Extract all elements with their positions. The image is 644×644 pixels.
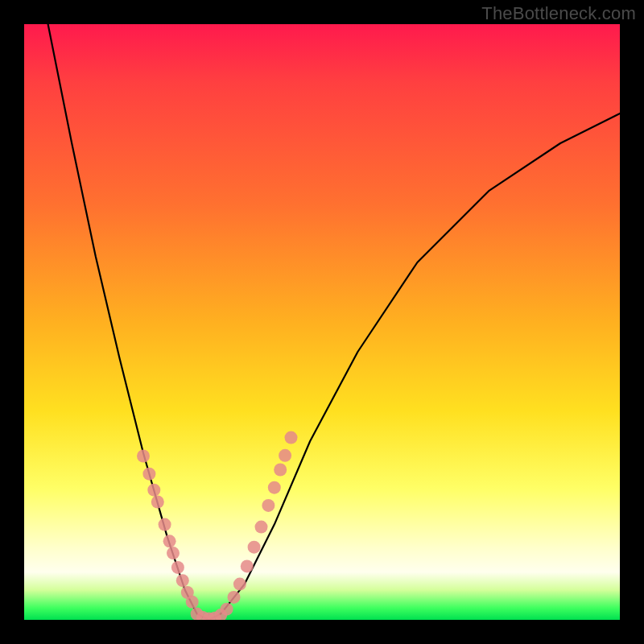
chart-plot-area [24, 24, 620, 620]
svg-point-8 [176, 574, 189, 587]
svg-point-20 [248, 541, 261, 554]
svg-point-6 [167, 547, 180, 559]
chart-frame: TheBottleneck.com [0, 0, 644, 644]
svg-point-7 [171, 561, 184, 574]
svg-point-24 [274, 464, 287, 477]
svg-point-1 [142, 468, 155, 481]
svg-point-18 [233, 578, 246, 591]
chart-svg [24, 24, 620, 620]
svg-point-2 [147, 484, 160, 497]
svg-point-3 [151, 496, 164, 509]
svg-point-4 [159, 518, 171, 531]
svg-point-22 [262, 499, 275, 512]
svg-point-10 [186, 596, 199, 609]
svg-point-17 [228, 591, 241, 604]
svg-point-0 [137, 450, 150, 463]
svg-point-26 [285, 431, 298, 444]
svg-point-21 [255, 521, 268, 534]
svg-point-16 [221, 603, 233, 616]
svg-point-5 [163, 535, 176, 547]
svg-point-23 [268, 481, 281, 494]
svg-point-19 [241, 559, 254, 572]
svg-point-25 [279, 449, 291, 462]
bottleneck-curve [48, 24, 620, 620]
watermark-text: TheBottleneck.com [481, 3, 636, 24]
